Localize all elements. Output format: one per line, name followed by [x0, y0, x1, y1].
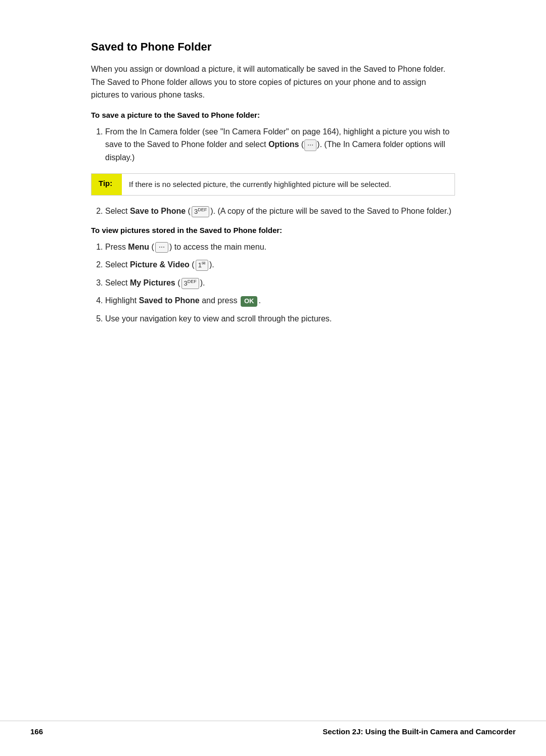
- footer-section-text: Section 2J: Using the Built-in Camera an…: [323, 727, 516, 736]
- save-to-phone-bold: Save to Phone: [130, 207, 186, 215]
- ok-icon: OK: [241, 296, 258, 307]
- view-step-3: Select My Pictures (3DEF).: [105, 276, 455, 290]
- view-subsection-label: To view pictures stored in the Saved to …: [91, 226, 455, 234]
- save-to-phone-icon: 3DEF: [192, 206, 209, 217]
- footer-page-number: 166: [30, 727, 43, 736]
- menu-icon: ⋯: [155, 242, 168, 253]
- save-subsection-label: To save a picture to the Saved to Phone …: [91, 111, 455, 119]
- view-step-2: Select Picture & Video (1✉).: [105, 258, 455, 271]
- view-step-4: Highlight Saved to Phone and press OK.: [105, 294, 455, 307]
- intro-paragraph: When you assign or download a picture, i…: [91, 63, 455, 102]
- save-step-1: From the In Camera folder (see "In Camer…: [105, 125, 455, 164]
- section-title: Saved to Phone Folder: [91, 40, 455, 54]
- options-bold: Options: [268, 140, 299, 149]
- view-step-1: Press Menu (⋯) to access the main menu.: [105, 241, 455, 254]
- options-icon: ⋯: [304, 139, 316, 151]
- save-steps-list-continued: Select Save to Phone (3DEF). (A copy of …: [105, 205, 455, 218]
- picture-video-icon: 1✉: [196, 260, 208, 271]
- tip-content: If there is no selected picture, the cur…: [122, 174, 398, 196]
- save-steps-list: From the In Camera folder (see "In Camer…: [105, 125, 455, 164]
- tip-box: Tip: If there is no selected picture, th…: [91, 173, 455, 196]
- picture-video-bold: Picture & Video: [130, 260, 190, 269]
- my-pictures-icon: 3DEF: [181, 278, 199, 289]
- menu-bold: Menu: [128, 243, 149, 251]
- page-container: Saved to Phone Folder When you assign or…: [0, 0, 546, 374]
- tip-label: Tip:: [92, 174, 122, 196]
- page-footer: 166 Section 2J: Using the Built-in Camer…: [0, 721, 546, 736]
- view-steps-list: Press Menu (⋯) to access the main menu. …: [105, 241, 455, 325]
- my-pictures-bold: My Pictures: [130, 278, 175, 287]
- save-step-2: Select Save to Phone (3DEF). (A copy of …: [105, 205, 455, 218]
- saved-to-phone-bold: Saved to Phone: [139, 296, 200, 305]
- view-step-5: Use your navigation key to view and scro…: [105, 312, 455, 325]
